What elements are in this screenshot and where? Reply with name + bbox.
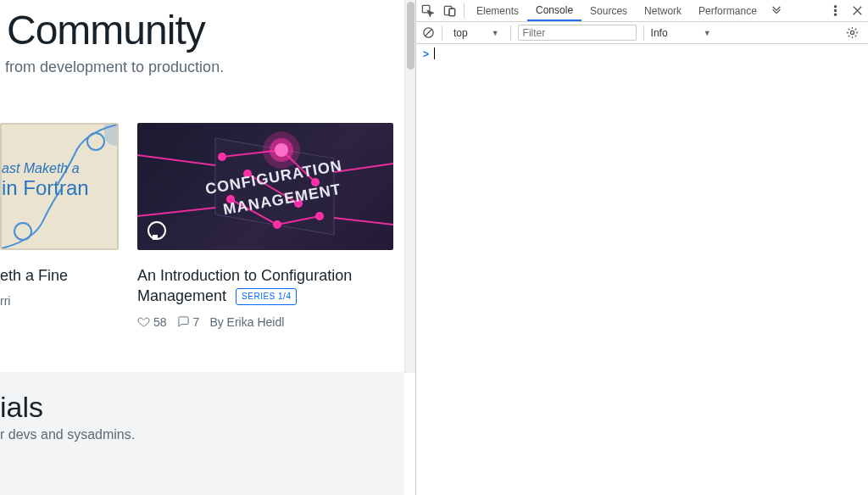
- text-cursor: [434, 47, 435, 59]
- svg-line-3: [137, 155, 215, 165]
- console-filter[interactable]: [518, 25, 637, 41]
- card-thumbnail-config: CONFIGURATION MANAGEMENT: [137, 123, 393, 250]
- svg-line-4: [137, 208, 215, 216]
- tutorials-subtitle: r devs and sysadmins.: [0, 427, 404, 442]
- card-author: By Erika Heidl: [209, 315, 284, 329]
- config-network-icon: CONFIGURATION MANAGEMENT: [137, 123, 393, 250]
- svg-point-15: [273, 220, 281, 229]
- chevron-down-icon: ▼: [492, 29, 499, 37]
- tab-network[interactable]: Network: [636, 0, 690, 21]
- comment-icon: [177, 315, 190, 328]
- digitalocean-logo-icon: [147, 221, 166, 240]
- card-author: rri: [0, 294, 10, 308]
- card-row: ast Maketh a in Fortran eth a Fine rri: [0, 123, 415, 329]
- svg-point-1: [14, 223, 31, 240]
- svg-point-28: [834, 14, 836, 15]
- hero: Community from development to production…: [0, 0, 415, 76]
- svg-point-31: [850, 31, 854, 34]
- series-badge: SERIES 1/4: [236, 288, 297, 305]
- more-tabs-icon[interactable]: [765, 0, 787, 21]
- svg-point-16: [315, 212, 324, 220]
- card-meta: 58 7 By Erika Heidl: [137, 315, 393, 329]
- inspect-element-icon[interactable]: [416, 0, 438, 21]
- context-selector[interactable]: top▼: [449, 25, 504, 41]
- tutorial-card[interactable]: CONFIGURATION MANAGEMENT An Introduction…: [137, 123, 393, 329]
- svg-point-21: [275, 143, 288, 157]
- tutorials-heading: ials: [0, 391, 404, 424]
- console-output[interactable]: >: [416, 44, 868, 495]
- svg-rect-24: [449, 8, 455, 15]
- page-subtitle: from development to production.: [0, 53, 415, 76]
- tab-console[interactable]: Console: [527, 0, 581, 21]
- page-title: Community: [0, 0, 415, 53]
- tutorial-card[interactable]: ast Maketh a in Fortran eth a Fine rri: [0, 123, 119, 329]
- svg-point-12: [218, 153, 226, 161]
- close-devtools-icon[interactable]: [846, 0, 868, 21]
- svg-line-6: [334, 218, 393, 225]
- kebab-menu-icon[interactable]: [824, 0, 846, 21]
- scrollbar-thumb[interactable]: [407, 2, 415, 70]
- card-meta: rri: [0, 294, 119, 308]
- card-title: eth a Fine: [0, 265, 119, 286]
- devtools-tabs: Elements Console Sources Network Perform…: [468, 0, 765, 21]
- svg-point-26: [834, 6, 836, 8]
- likes[interactable]: 58: [137, 315, 167, 329]
- card-title: An Introduction to Configuration Managem…: [137, 265, 393, 307]
- tab-sources[interactable]: Sources: [581, 0, 636, 21]
- svg-point-0: [87, 133, 104, 150]
- scrollbar[interactable]: [404, 0, 415, 373]
- devtools-pane: Elements Console Sources Network Perform…: [415, 0, 868, 495]
- clear-console-icon[interactable]: [421, 26, 435, 40]
- console-settings-icon[interactable]: [841, 26, 863, 39]
- devtools-tabbar: Elements Console Sources Network Perform…: [416, 0, 868, 22]
- console-toolbar: top▼ Info▼: [416, 22, 868, 44]
- card-thumbnail-fortran: ast Maketh a in Fortran: [0, 123, 119, 250]
- chevron-down-icon: ▼: [704, 29, 711, 37]
- tutorials-section: ials r devs and sysadmins.: [0, 372, 404, 495]
- tab-performance[interactable]: Performance: [690, 0, 765, 21]
- console-prompt-icon: >: [423, 48, 429, 60]
- comments[interactable]: 7: [177, 315, 200, 329]
- webpage-pane: Community from development to production…: [0, 0, 415, 495]
- tab-elements[interactable]: Elements: [468, 0, 527, 21]
- log-level-selector[interactable]: Info▼: [651, 27, 711, 39]
- device-toolbar-icon[interactable]: [438, 0, 460, 21]
- filter-input[interactable]: [518, 25, 637, 41]
- svg-line-30: [425, 30, 431, 36]
- heart-icon: [137, 315, 150, 328]
- svg-point-27: [834, 9, 836, 11]
- thumbnail-text: ast Maketh a in Fortran: [2, 160, 89, 201]
